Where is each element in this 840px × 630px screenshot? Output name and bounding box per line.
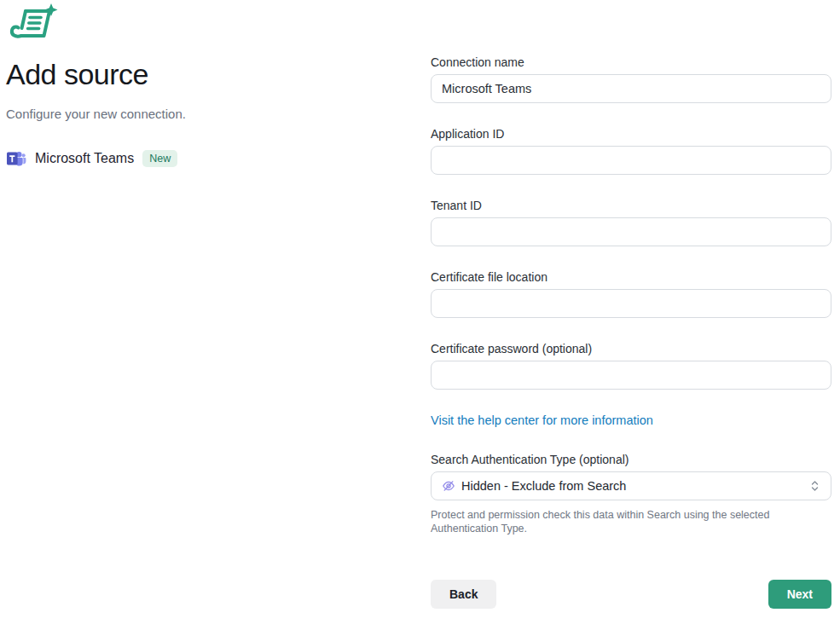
- tenant-id-input[interactable]: [431, 217, 831, 246]
- connection-name-field: Connection name: [431, 55, 831, 103]
- certificate-password-label: Certificate password (optional): [431, 341, 831, 356]
- brand-logo-icon: [7, 3, 60, 41]
- search-auth-type-helper: Protect and permission check this data w…: [431, 508, 831, 535]
- application-id-input[interactable]: [431, 146, 831, 175]
- certificate-file-location-input[interactable]: [431, 289, 831, 318]
- search-auth-type-label: Search Authentication Type (optional): [431, 452, 831, 467]
- add-source-page: Add source Configure your new connection…: [0, 0, 840, 630]
- certificate-password-input[interactable]: [431, 361, 831, 390]
- search-auth-type-select[interactable]: Hidden - Exclude from Search: [431, 471, 831, 500]
- next-button[interactable]: Next: [768, 580, 831, 609]
- source-name: Microsoft Teams: [35, 151, 134, 166]
- microsoft-teams-icon: [6, 148, 26, 169]
- new-badge: New: [142, 150, 177, 167]
- page-subtitle: Configure your new connection.: [6, 106, 390, 123]
- certificate-file-location-label: Certificate file location: [431, 269, 831, 285]
- page-title: Add source: [6, 56, 390, 92]
- application-id-label: Application ID: [431, 126, 831, 142]
- certificate-password-field: Certificate password (optional): [431, 341, 831, 390]
- intro-panel: Add source Configure your new connection…: [6, 56, 390, 169]
- connection-name-input[interactable]: [431, 74, 831, 103]
- certificate-file-location-field: Certificate file location: [431, 269, 831, 318]
- search-auth-type-field: Search Authentication Type (optional) Hi…: [431, 452, 831, 535]
- tenant-id-label: Tenant ID: [431, 198, 831, 213]
- tenant-id-field: Tenant ID: [431, 198, 831, 246]
- eye-off-icon: [442, 479, 455, 493]
- help-center-link[interactable]: Visit the help center for more informati…: [431, 413, 653, 427]
- application-id-field: Application ID: [431, 126, 831, 175]
- search-auth-type-value: Hidden - Exclude from Search: [461, 479, 803, 493]
- selected-source-row: Microsoft Teams New: [6, 148, 390, 169]
- connection-form: Connection name Application ID Tenant ID…: [431, 55, 831, 609]
- form-actions: Back Next: [431, 580, 831, 609]
- back-button[interactable]: Back: [431, 580, 496, 609]
- chevron-up-down-icon: [809, 479, 820, 493]
- connection-name-label: Connection name: [431, 55, 831, 70]
